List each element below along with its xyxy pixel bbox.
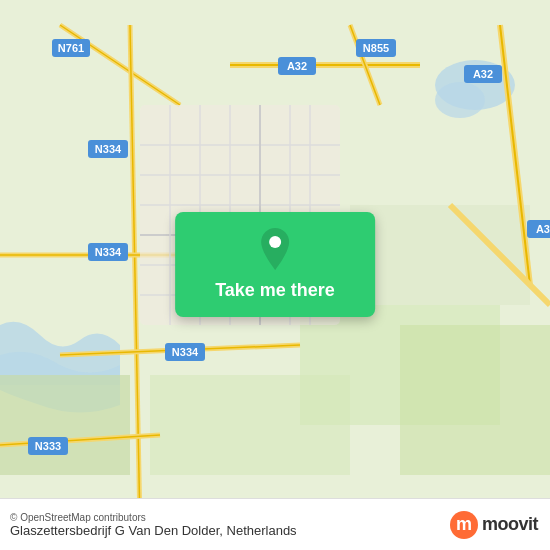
svg-text:A32: A32 [536,223,550,235]
take-me-there-label: Take me there [215,280,335,301]
svg-text:A32: A32 [287,60,307,72]
copyright-text: © OpenStreetMap contributors [10,512,297,523]
svg-text:N761: N761 [58,42,84,54]
svg-point-2 [435,82,485,118]
take-me-there-overlay: Take me there [175,212,375,317]
svg-text:N334: N334 [95,246,122,258]
location-name: Glaszettersbedrijf G Van Den Dolder, Net… [10,523,297,538]
moovit-icon: m [450,511,478,539]
svg-rect-7 [400,325,550,475]
take-me-there-button[interactable]: Take me there [175,212,375,317]
svg-text:N334: N334 [172,346,199,358]
map-container: N761 A32 N334 N334 N334 N855 A32 A32 N33… [0,0,550,550]
svg-text:N855: N855 [363,42,389,54]
moovit-m-letter: m [456,514,472,535]
moovit-text: moovit [482,514,538,535]
moovit-logo: m moovit [450,511,538,539]
svg-text:A32: A32 [473,68,493,80]
svg-point-40 [269,236,281,248]
svg-rect-4 [150,375,350,475]
svg-rect-6 [0,375,130,475]
bottom-bar: © OpenStreetMap contributors Glaszetters… [0,498,550,550]
svg-text:N333: N333 [35,440,61,452]
location-pin-icon [257,228,293,270]
bottom-info: © OpenStreetMap contributors Glaszetters… [10,512,297,538]
svg-text:N334: N334 [95,143,122,155]
